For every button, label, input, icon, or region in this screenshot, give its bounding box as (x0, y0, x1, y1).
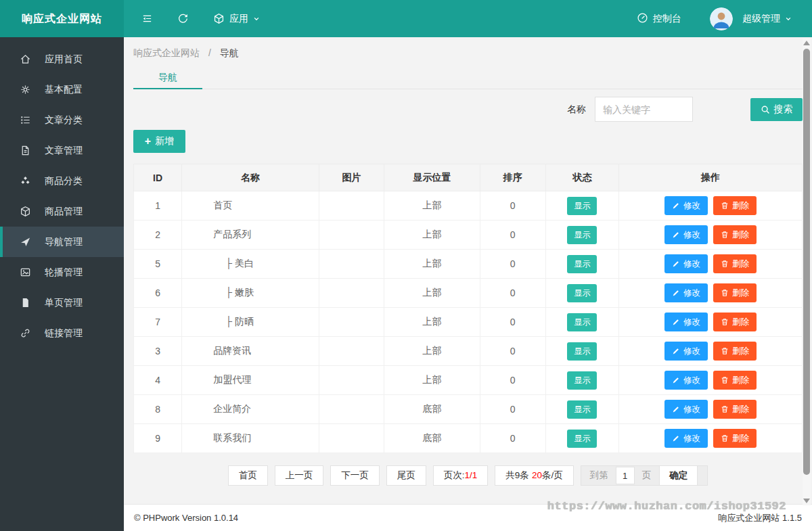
cell-position: 上部 (384, 308, 480, 337)
user-menu[interactable]: 超级管理 (742, 13, 792, 25)
trash-icon (721, 434, 729, 442)
table-header-row: ID名称图片显示位置排序状态操作 (134, 164, 803, 191)
cell-sort: 0 (480, 395, 545, 424)
page-first-button[interactable]: 首页 (228, 465, 268, 486)
scrollbar-thumb[interactable] (803, 49, 810, 475)
status-badge[interactable]: 显示 (567, 313, 597, 331)
confirm-button[interactable]: 确定 (659, 466, 698, 485)
goto-suffix: 页 (642, 469, 652, 482)
app-cube-icon (213, 13, 225, 24)
plus-icon: + (145, 136, 151, 147)
list-icon (19, 114, 31, 126)
status-badge[interactable]: 显示 (567, 197, 597, 215)
sidebar-item-carousel-manage[interactable]: 轮播管理 (0, 257, 124, 287)
page-last-button[interactable]: 尾页 (386, 465, 426, 486)
edit-button[interactable]: 修改 (664, 254, 708, 273)
footer-copyright: © PHPwork Version 1.0.14 (134, 513, 238, 523)
trash-icon (721, 231, 729, 239)
cell-position: 上部 (384, 191, 480, 221)
edit-button[interactable]: 修改 (664, 400, 708, 419)
app-menu[interactable]: 应用 (213, 13, 260, 25)
toolbar: + 新增 (133, 130, 803, 153)
cell-name: ├ 美白 (182, 250, 319, 279)
sidebar-item-label: 应用首页 (45, 53, 83, 66)
menu-toggle-icon[interactable] (141, 13, 153, 24)
sidebar-item-label: 导航管理 (45, 236, 83, 248)
cell-id: 1 (134, 191, 182, 221)
edit-button[interactable]: 修改 (664, 283, 708, 302)
cell-sort: 0 (480, 424, 545, 453)
delete-button[interactable]: 删除 (713, 400, 757, 419)
sidebar-item-product-manage[interactable]: 商品管理 (0, 196, 124, 227)
scrollbar[interactable] (803, 39, 811, 505)
search-form: 名称 搜索 (133, 97, 803, 122)
delete-button[interactable]: 删除 (713, 371, 757, 390)
column-header: 排序 (480, 164, 545, 191)
table-row: 7├ 防晒上部0显示修改删除 (134, 308, 803, 337)
sidebar-item-app-home[interactable]: 应用首页 (0, 44, 124, 74)
delete-button[interactable]: 删除 (713, 225, 757, 244)
sidebar: 应用首页基本配置文章分类文章管理商品分类商品管理导航管理轮播管理单页管理链接管理 (0, 37, 124, 531)
search-input[interactable] (595, 97, 693, 122)
search-button[interactable]: 搜索 (750, 98, 803, 121)
column-header: ID (134, 164, 182, 191)
console-link[interactable]: 控制台 (637, 12, 681, 26)
sidebar-item-product-category[interactable]: 商品分类 (0, 166, 124, 196)
sidebar-item-nav-manage[interactable]: 导航管理 (0, 227, 124, 257)
goto-label: 到第 (590, 469, 608, 482)
sidebar-item-page-manage[interactable]: 单页管理 (0, 287, 124, 318)
status-badge[interactable]: 显示 (567, 226, 597, 244)
edit-button[interactable]: 修改 (664, 313, 708, 331)
tab-navigation[interactable]: 导航 (133, 66, 202, 89)
status-badge[interactable]: 显示 (567, 400, 597, 419)
cell-sort: 0 (480, 191, 545, 221)
sidebar-item-article-manage[interactable]: 文章管理 (0, 135, 124, 166)
sidebar-item-label: 基本配置 (45, 84, 83, 96)
trash-icon (721, 347, 729, 355)
edit-icon (672, 318, 680, 326)
breadcrumb-root[interactable]: 响应式企业网站 (133, 47, 200, 58)
column-header: 状态 (545, 164, 619, 191)
edit-button[interactable]: 修改 (664, 342, 708, 361)
trash-icon (721, 318, 729, 326)
edit-icon (672, 202, 680, 210)
pagination: 首页 上一页 下一页 尾页 页次:1/1 共9条20条/页 到第 页 确定 (133, 465, 803, 486)
edit-button[interactable]: 修改 (664, 196, 708, 215)
scroll-down-arrow[interactable] (803, 499, 810, 503)
goto-page-input[interactable] (616, 467, 635, 484)
sidebar-item-article-category[interactable]: 文章分类 (0, 105, 124, 135)
main-content: 响应式企业网站 / 导航 导航 名称 搜索 + 新增 (124, 37, 812, 531)
sidebar-item-basic-config[interactable]: 基本配置 (0, 74, 124, 105)
refresh-icon[interactable] (177, 13, 189, 24)
cell-name: ├ 防晒 (182, 308, 319, 337)
add-button[interactable]: + 新增 (133, 130, 185, 153)
cell-position: 上部 (384, 366, 480, 395)
page-next-button[interactable]: 下一页 (330, 465, 380, 486)
delete-button[interactable]: 删除 (713, 342, 757, 361)
status-badge[interactable]: 显示 (567, 430, 597, 448)
edit-button[interactable]: 修改 (664, 225, 708, 244)
edit-button[interactable]: 修改 (664, 371, 708, 390)
chevron-down-icon (253, 14, 260, 24)
edit-button[interactable]: 修改 (664, 429, 708, 448)
trash-icon (721, 260, 729, 268)
page-icon (19, 297, 31, 308)
delete-button[interactable]: 删除 (713, 429, 757, 448)
sidebar-item-link-manage[interactable]: 链接管理 (0, 318, 124, 348)
delete-button[interactable]: 删除 (713, 283, 757, 302)
delete-button[interactable]: 删除 (713, 196, 757, 215)
scroll-up-arrow[interactable] (803, 41, 810, 45)
page-prev-button[interactable]: 上一页 (275, 465, 324, 486)
status-badge[interactable]: 显示 (567, 371, 597, 390)
status-badge[interactable]: 显示 (567, 284, 597, 302)
sidebar-item-label: 链接管理 (45, 327, 83, 340)
status-badge[interactable]: 显示 (567, 255, 597, 273)
cell-id: 7 (134, 308, 182, 337)
cell-id: 6 (134, 279, 182, 308)
delete-button[interactable]: 删除 (713, 313, 757, 331)
status-badge[interactable]: 显示 (567, 342, 597, 361)
page-goto: 到第 页 确定 (581, 465, 708, 486)
trash-icon (721, 376, 729, 384)
avatar[interactable] (710, 7, 733, 30)
delete-button[interactable]: 删除 (713, 254, 757, 273)
